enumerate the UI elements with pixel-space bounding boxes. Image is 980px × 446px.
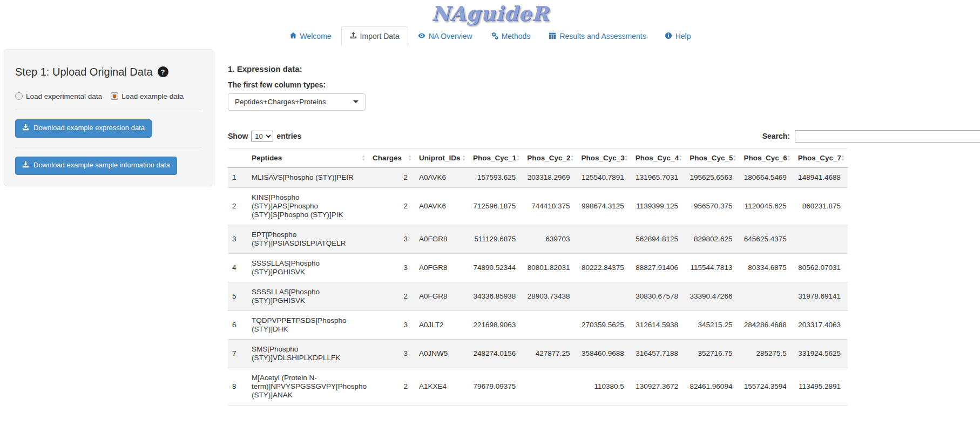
table-cell: 270359.5625 [577,310,631,339]
table-head-row: Peptides▴▾Charges▴▾Uniprot_IDs▴▾Phos_Cyc… [228,148,848,167]
table-cell: 28903.73438 [523,282,577,310]
column-header-phos_cyc_2[interactable]: Phos_Cyc_2▴▾ [523,148,577,167]
table-cell: 3 [368,310,415,339]
table-cell: 115544.7813 [685,253,739,282]
download-example-expression-button[interactable]: Download example expression data [15,119,152,138]
radio-checked-icon[interactable] [111,92,118,100]
search-input[interactable] [795,130,980,143]
tab-na-overview[interactable]: NA Overview [409,26,481,46]
table-cell: 511129.6875 [469,225,523,253]
table-cell: 284286.4688 [739,310,793,339]
expression-data-table: Peptides▴▾Charges▴▾Uniprot_IDs▴▾Phos_Cyc… [228,148,848,406]
column-header-phos_cyc_7[interactable]: Phos_Cyc_7▴▾ [794,148,848,167]
table-cell: 427877.25 [523,339,577,368]
column-header-peptides[interactable]: Peptides▴▾ [247,148,368,167]
column-header-phos_cyc_5[interactable]: Phos_Cyc_5▴▾ [685,148,739,167]
column-header-phos_cyc_6[interactable]: Phos_Cyc_6▴▾ [739,148,793,167]
tab-methods[interactable]: Methods [482,26,539,46]
table-cell: 82461.96094 [685,368,739,405]
row-index-cell: 1 [228,167,247,187]
column-header-charges[interactable]: Charges▴▾ [368,148,415,167]
radio-load-example-data[interactable]: Load example data [111,92,184,100]
column-header-phos_cyc_3[interactable]: Phos_Cyc_3▴▾ [577,148,631,167]
column-header-index[interactable] [228,148,247,167]
radio-label: Load experimental data [26,92,102,100]
table-cell: 155724.3594 [739,368,793,405]
column-header-label: Phos_Cyc_1 [473,154,516,162]
sort-arrows-icon: ▴▾ [625,154,627,161]
table-cell: 285275.5 [739,339,793,368]
radio-label: Load example data [121,92,184,100]
table-cell: EPT[Phospho (STY)]PSIASDISLPIATQELR [247,225,368,253]
table-cell: 998674.3125 [577,187,631,225]
row-index-cell: 6 [228,310,247,339]
table-cell: 1139399.125 [631,187,685,225]
table-cell: 30830.67578 [631,282,685,310]
column-header-label: Phos_Cyc_6 [744,154,787,162]
table-cell: 180664.5469 [739,167,793,187]
table-cell [577,282,631,310]
table-cell: A0JLT2 [415,310,469,339]
home-icon [289,32,297,41]
tab-label: NA Overview [429,32,472,40]
table-cell: 80222.84375 [577,253,631,282]
table-cell: KINS[Phospho (STY)]APS[Phospho (STY)]S[P… [247,187,368,225]
sort-arrows-icon: ▴▾ [409,154,411,161]
download-icon [22,124,29,133]
show-label: Show [228,132,248,140]
table-cell: 562894.8125 [631,225,685,253]
table-cell: 345215.25 [685,310,739,339]
table-cell: A0FGR8 [415,253,469,282]
table-cell: 956570.375 [685,187,739,225]
divider [15,147,202,147]
table-cell: TQDPVPPETPSDS[Phospho (STY)]DHK [247,310,368,339]
column-header-phos_cyc_1[interactable]: Phos_Cyc_1▴▾ [469,148,523,167]
table-cell: 34336.85938 [469,282,523,310]
table-controls: Show 10 entries Search: [228,130,848,143]
table-cell: 3 [368,339,415,368]
table-cell: 221698.9063 [469,310,523,339]
main-panel: 1. Expression data: The first few column… [228,49,848,406]
radio-unchecked-icon[interactable] [15,92,23,100]
download-example-sample-information-button[interactable]: Download example sample information data [15,157,177,175]
radio-load-experimental-data[interactable]: Load experimental data [15,92,102,100]
column-types-dropdown[interactable]: Peptides+Charges+Proteins [228,93,366,111]
table-cell: A0AVK6 [415,167,469,187]
search-label: Search: [762,132,790,140]
sort-arrows-icon: ▴▾ [571,154,573,161]
table-cell: MLISAVS[Phospho (STY)]PEIR [247,167,368,187]
app-logo: NAguideR [431,3,549,24]
table-cell: 860231.875 [794,187,848,225]
column-header-label: Uniprot_IDs [419,154,461,162]
table-cell: 157593.625 [469,167,523,187]
table-cell: 110380.5 [577,368,631,405]
table-cell: SSSSLLAS[Phospho (STY)]PGHISVK [247,253,368,282]
question-circle-icon[interactable]: ? [158,66,168,77]
sidebar-title: Step 1: Upload Original Data [15,66,153,78]
main-nav: Welcome Import Data NA Overview Methods [0,26,980,46]
table-cell: 639703 [523,225,577,253]
column-header-label: Phos_Cyc_7 [798,154,841,162]
tab-import-data[interactable]: Import Data [341,26,408,46]
table-cell: 3 [368,253,415,282]
entries-select[interactable]: 10 [251,131,273,142]
table-cell: 829802.625 [685,225,739,253]
table-cell: A0AVK6 [415,187,469,225]
table-cell: 88827.91406 [631,253,685,282]
table-cell: M[Acetyl (Protein N-term)]NPVYSPGSSGVPY[… [247,368,368,405]
tab-results-and-assessments[interactable]: Results and Assessments [540,26,654,46]
table-cell: 2 [368,187,415,225]
search-control: Search: [762,130,980,143]
tab-welcome[interactable]: Welcome [281,26,340,46]
info-icon [665,32,672,41]
row-index-cell: 2 [228,187,247,225]
table-cell: A0FGR8 [415,225,469,253]
chevron-down-icon [353,100,359,103]
table-cell: SMS[Phospho (STY)]VDLSHIPLKDPLLFK [247,339,368,368]
table-cell: 1120045.625 [739,187,793,225]
table-cell: 744410.375 [523,187,577,225]
column-header-uniprot_ids[interactable]: Uniprot_IDs▴▾ [415,148,469,167]
tab-help[interactable]: Help [656,26,700,46]
button-label: Download example sample information data [33,161,170,170]
column-header-phos_cyc_4[interactable]: Phos_Cyc_4▴▾ [631,148,685,167]
